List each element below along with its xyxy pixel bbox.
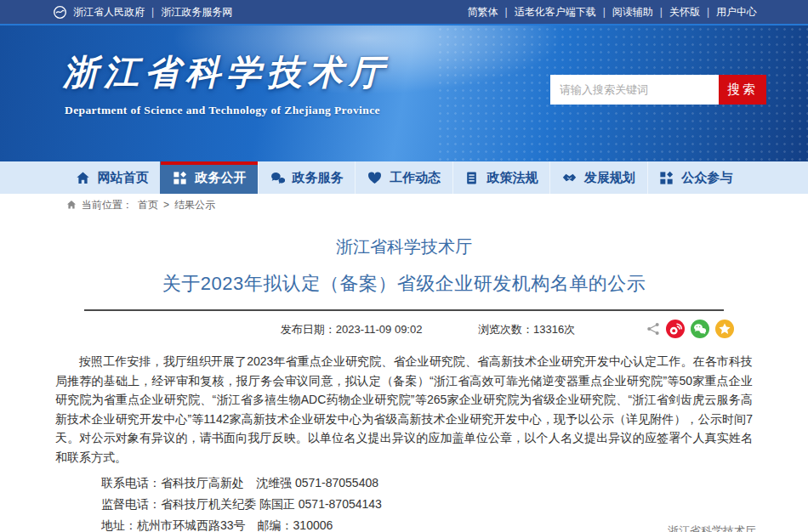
breadcrumb-prefix: 当前位置： (82, 198, 133, 212)
article-title-main: 关于2023年拟认定（备案）省级企业研发机构名单的公示 (55, 271, 753, 297)
wechat-share-icon[interactable] (691, 320, 709, 338)
breadcrumb: 当前位置： 首页 > 结果公示 (0, 194, 808, 216)
separator: | (151, 6, 154, 18)
nav-item-label: 政务服务 (293, 170, 344, 186)
address-line: 地址：杭州市环城西路33号 邮编：310006 (55, 515, 753, 532)
publish-date-value: 2023-11-09 09:02 (336, 323, 423, 336)
separator: | (505, 6, 508, 18)
separator: | (707, 6, 709, 18)
breadcrumb-current: 结果公示 (174, 198, 215, 212)
link-provincial-government[interactable]: 浙江省人民政府 (73, 5, 145, 20)
nav-item-label: 政务公开 (195, 170, 246, 186)
heart-icon (367, 171, 382, 185)
nav-item-label: 工作动态 (390, 170, 441, 186)
grid-icon (659, 171, 674, 185)
separator: | (603, 6, 606, 18)
separator: | (660, 6, 663, 18)
title-divider (84, 309, 724, 311)
nav-item-home[interactable]: 网站首页 (64, 161, 160, 194)
government-emblem-icon (53, 5, 67, 20)
link-reading-assist[interactable]: 阅读辅助 (612, 5, 653, 20)
article-meta: 发布日期：2023-11-09 09:02 浏览次数：13316次 (55, 319, 753, 341)
qzone-share-icon[interactable] (715, 320, 734, 338)
topbar-right: 简繁体 | 适老化客户端下载 | 阅读辅助 | 关怀版 | 用户中心 (468, 5, 758, 20)
article-paragraph: 按照工作安排，我厅组织开展了2023年省重点企业研究院、省企业研究院、省高新技术… (55, 352, 753, 467)
home-icon (66, 200, 77, 210)
search-box: 搜索 (550, 75, 766, 105)
chat-bubbles-icon (270, 171, 285, 185)
contact-phone-line: 联系电话：省科技厅高新处 沈维强 0571-87055408 (55, 473, 753, 494)
supervision-phone-line: 监督电话：省科技厅机关纪委 陈国正 0571-87054143 (55, 494, 753, 515)
share-bar (646, 320, 734, 338)
link-user-center[interactable]: 用户中心 (716, 5, 757, 20)
topbar-left: 浙江省人民政府 | 浙江政务服务网 (53, 5, 232, 20)
nav-item-public-participation[interactable]: 公众参与 (647, 161, 744, 194)
views-value: 13316次 (533, 323, 575, 336)
link-elderly-client-download[interactable]: 适老化客户端下载 (515, 5, 596, 20)
site-logo-title: 浙江省科学技术厅 (63, 49, 390, 96)
nav-item-label: 发展规划 (584, 170, 635, 186)
nav-item-label: 政策法规 (487, 170, 538, 186)
link-simplified-traditional[interactable]: 简繁体 (468, 5, 498, 20)
site-banner: 浙江省科学技术厅 Department of Science and Techn… (0, 24, 808, 161)
home-icon (76, 171, 90, 185)
nav-item-label: 公众参与 (681, 170, 732, 186)
link-care-version[interactable]: 关怀版 (669, 5, 700, 20)
article-title-department: 浙江省科学技术厅 (55, 235, 753, 258)
footer-department-name: 浙江省科学技术厅 (668, 524, 756, 532)
weibo-share-icon[interactable] (666, 320, 685, 338)
nav-item-work-news[interactable]: 工作动态 (355, 161, 452, 194)
breadcrumb-separator: > (163, 199, 169, 211)
search-input[interactable] (550, 75, 719, 105)
publish-date-label: 发布日期： (281, 323, 336, 336)
site-logo-subtitle: Department of Science and Technology of … (65, 104, 380, 117)
main-nav: 网站首页 政务公开 政务服务 工作动态 (0, 161, 808, 194)
article-body: 按照工作安排，我厅组织开展了2023年省重点企业研究院、省企业研究院、省高新技术… (55, 352, 753, 532)
page: 浙江省人民政府 | 浙江政务服务网 简繁体 | 适老化客户端下载 | 阅读辅助 … (0, 0, 808, 532)
breadcrumb-home-link[interactable]: 首页 (138, 198, 158, 212)
article-container: 浙江省科学技术厅 关于2023年拟认定（备案）省级企业研发机构名单的公示 发布日… (55, 235, 753, 532)
share-icon[interactable] (646, 322, 660, 336)
nav-item-policies[interactable]: 政策法规 (452, 161, 549, 194)
handshake-icon (562, 171, 577, 185)
nav-item-development-plan[interactable]: 发展规划 (549, 161, 646, 194)
search-button[interactable]: 搜索 (719, 75, 766, 105)
nav-item-label: 网站首页 (98, 170, 149, 186)
document-icon (464, 171, 479, 185)
top-utility-bar: 浙江省人民政府 | 浙江政务服务网 简繁体 | 适老化客户端下载 | 阅读辅助 … (0, 0, 808, 24)
nav-item-gov-disclosure[interactable]: 政务公开 (160, 161, 257, 194)
nav-item-gov-services[interactable]: 政务服务 (258, 161, 355, 194)
contact-block: 联系电话：省科技厅高新处 沈维强 0571-87055408 监督电话：省科技厅… (55, 473, 753, 532)
views-label: 浏览次数： (478, 323, 533, 336)
link-gov-service-portal[interactable]: 浙江政务服务网 (161, 5, 232, 20)
grid-icon (173, 171, 187, 185)
